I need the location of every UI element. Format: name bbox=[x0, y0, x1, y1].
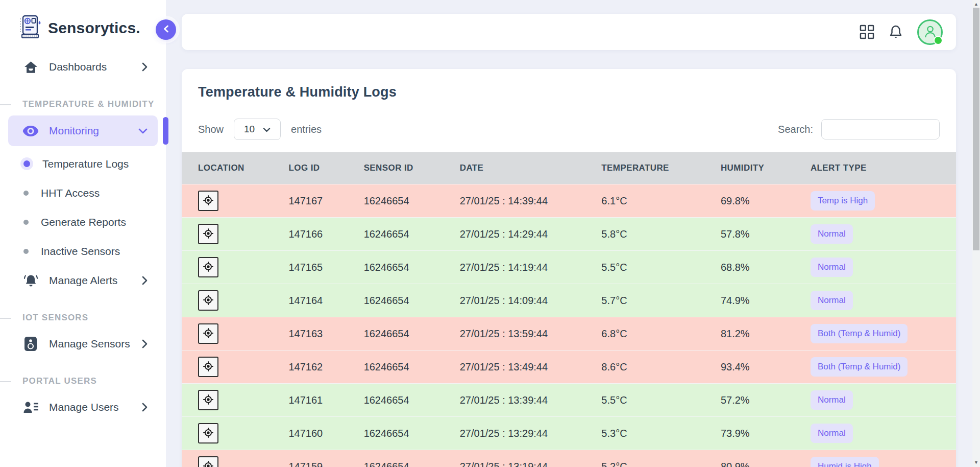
cell-sensor-id: 16246654 bbox=[364, 417, 460, 450]
cell-temperature: 6.8°C bbox=[601, 317, 721, 351]
sidebar-item-monitoring[interactable]: Monitoring bbox=[8, 115, 158, 146]
logs-card: Temperature & Humidity Logs Show 10 entr… bbox=[182, 69, 956, 467]
sidebar-subitem-inactive-sensors[interactable]: Inactive Sensors bbox=[0, 237, 166, 266]
cell-date: 27/01/25 : 14:19:44 bbox=[460, 251, 602, 284]
cell-temperature: 5.5°C bbox=[601, 251, 721, 284]
sidebar-collapse-button[interactable] bbox=[156, 19, 176, 40]
alert-type-badge: Normal bbox=[811, 258, 853, 277]
cell-date: 27/01/25 : 13:49:44 bbox=[460, 351, 602, 384]
table-header-row: LOCATION LOG ID SENSOR ID DATE TEMPERATU… bbox=[182, 152, 956, 184]
cell-humidity: 69.8% bbox=[721, 184, 811, 218]
cell-date: 27/01/25 : 13:59:44 bbox=[460, 317, 602, 351]
scrollbar-thumb[interactable] bbox=[973, 8, 979, 250]
scroll-down-arrow-icon[interactable]: ▼ bbox=[972, 460, 980, 465]
location-button[interactable] bbox=[198, 456, 218, 467]
chevron-right-icon bbox=[142, 62, 148, 72]
log-table-row: 1471651624665427/01/25 : 14:19:445.5°C68… bbox=[182, 251, 956, 284]
cell-humidity: 81.2% bbox=[721, 317, 811, 351]
bell-icon[interactable] bbox=[889, 25, 903, 40]
crosshair-location-icon bbox=[203, 294, 214, 307]
sidebar-item-label: Dashboards bbox=[49, 61, 107, 73]
topbar bbox=[182, 14, 956, 50]
sidebar-subitem-label: HHT Access bbox=[41, 187, 100, 199]
cell-sensor-id: 16246654 bbox=[364, 450, 460, 467]
show-label: Show bbox=[198, 124, 224, 135]
location-button[interactable] bbox=[198, 191, 218, 211]
cell-alert-type: Normal bbox=[811, 284, 956, 317]
user-avatar[interactable] bbox=[917, 19, 943, 45]
location-button[interactable] bbox=[198, 323, 218, 344]
brand-logo[interactable]: Sensorytics. bbox=[0, 0, 166, 42]
sidebar-subitem-temperature-logs[interactable]: Temperature Logs bbox=[0, 149, 166, 178]
location-button[interactable] bbox=[198, 224, 218, 244]
cell-temperature: 5.3°C bbox=[601, 417, 721, 450]
alert-type-badge: Normal bbox=[811, 291, 853, 310]
cell-log-id: 147164 bbox=[288, 284, 363, 317]
sidebar-subitem-generate-reports[interactable]: Generate Reports bbox=[0, 207, 166, 237]
cell-date: 27/01/25 : 14:09:44 bbox=[460, 284, 602, 317]
cell-sensor-id: 16246654 bbox=[364, 317, 460, 351]
cell-humidity: 57.8% bbox=[721, 218, 811, 251]
section-label-iot-sensors: IOT SENSORS bbox=[22, 313, 166, 323]
chevron-right-icon bbox=[142, 403, 148, 412]
sidebar-item-manage-users[interactable]: Manage Users bbox=[0, 392, 166, 422]
log-table-row: 1471641624665427/01/25 : 14:09:445.7°C74… bbox=[182, 284, 956, 317]
sidebar-item-label: Manage Users bbox=[49, 401, 119, 413]
apps-grid-icon[interactable] bbox=[860, 25, 874, 39]
column-header-location: LOCATION bbox=[182, 152, 288, 184]
chevron-right-icon bbox=[142, 276, 148, 285]
users-icon bbox=[22, 401, 39, 414]
cell-location bbox=[182, 317, 288, 351]
dot-icon bbox=[23, 249, 29, 254]
main-area: Temperature & Humidity Logs Show 10 entr… bbox=[166, 0, 972, 467]
sidebar-item-dashboards[interactable]: Dashboards bbox=[0, 52, 166, 82]
cell-log-id: 147167 bbox=[288, 184, 363, 218]
cell-location bbox=[182, 284, 288, 317]
cell-humidity: 68.8% bbox=[721, 251, 811, 284]
cell-location bbox=[182, 417, 288, 450]
log-table-row: 1471671624665427/01/25 : 14:39:446.1°C69… bbox=[182, 184, 956, 218]
chevron-left-icon bbox=[163, 25, 169, 34]
location-button[interactable] bbox=[198, 357, 218, 377]
location-button[interactable] bbox=[198, 390, 218, 410]
cell-sensor-id: 16246654 bbox=[364, 218, 460, 251]
alert-type-badge: Both (Temp & Humid) bbox=[811, 357, 908, 377]
cell-temperature: 5.7°C bbox=[601, 284, 721, 317]
cell-temperature: 5.2°C bbox=[601, 450, 721, 467]
cell-alert-type: Humid is High bbox=[811, 450, 956, 467]
page-size-select[interactable]: 10 bbox=[234, 119, 281, 140]
cell-temperature: 8.6°C bbox=[601, 351, 721, 384]
cell-temperature: 6.1°C bbox=[601, 184, 721, 218]
sidebar-subitem-hht-access[interactable]: HHT Access bbox=[0, 178, 166, 207]
cell-humidity: 80.9% bbox=[721, 450, 811, 467]
crosshair-location-icon bbox=[203, 460, 214, 467]
cell-humidity: 57.2% bbox=[721, 384, 811, 417]
cell-log-id: 147165 bbox=[288, 251, 363, 284]
cell-location bbox=[182, 351, 288, 384]
app-root: Sensorytics. Dashboards TEMPERATURE & HU… bbox=[0, 0, 980, 467]
location-button[interactable] bbox=[198, 257, 218, 277]
search-input[interactable] bbox=[821, 119, 940, 139]
scroll-up-arrow-icon[interactable]: ▲ bbox=[972, 2, 980, 7]
log-table-row: 1471611624665427/01/25 : 13:39:445.5°C57… bbox=[182, 384, 956, 417]
sidebar-subitem-label: Inactive Sensors bbox=[41, 245, 120, 258]
home-icon bbox=[22, 61, 39, 74]
log-table-row: 1471621624665427/01/25 : 13:49:448.6°C93… bbox=[182, 351, 956, 384]
log-table-body: 1471671624665427/01/25 : 14:39:446.1°C69… bbox=[182, 184, 956, 467]
section-label-temperature-humidity: TEMPERATURE & HUMIDITY bbox=[22, 99, 166, 109]
cell-sensor-id: 16246654 bbox=[364, 351, 460, 384]
crosshair-location-icon bbox=[203, 427, 214, 440]
sidebar-item-manage-sensors[interactable]: Manage Sensors bbox=[0, 329, 166, 359]
location-button[interactable] bbox=[198, 290, 218, 311]
crosshair-location-icon bbox=[203, 195, 214, 207]
crosshair-location-icon bbox=[203, 228, 214, 241]
location-button[interactable] bbox=[198, 423, 218, 443]
sidebar-item-manage-alerts[interactable]: Manage Alerts bbox=[0, 266, 166, 295]
vertical-scrollbar[interactable]: ▲ ▼ bbox=[972, 0, 980, 467]
crosshair-location-icon bbox=[203, 328, 214, 340]
cell-temperature: 5.5°C bbox=[601, 384, 721, 417]
logs-table: LOCATION LOG ID SENSOR ID DATE TEMPERATU… bbox=[182, 152, 956, 467]
cell-humidity: 74.9% bbox=[721, 284, 811, 317]
crosshair-location-icon bbox=[203, 394, 214, 407]
crosshair-location-icon bbox=[203, 261, 214, 274]
